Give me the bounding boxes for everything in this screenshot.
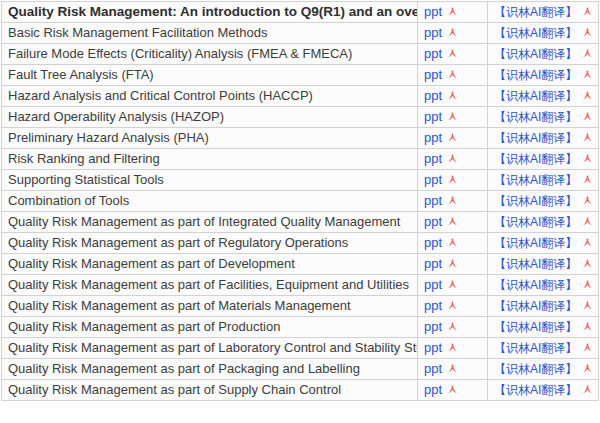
ai-translation-link[interactable]: 【识林AI翻译】 [494,68,577,82]
pdf-icon[interactable] [582,195,593,206]
topic-cell: Quality Risk Management as part of Regul… [2,233,418,254]
topic-title: Combination of Tools [8,193,129,208]
pdf-icon[interactable] [447,111,458,122]
table-row: Basic Risk Management Facilitation Metho… [2,23,599,44]
topic-title: Risk Ranking and Filtering [8,151,160,166]
ppt-link[interactable]: ppt [424,193,442,208]
ai-translation-link[interactable]: 【识林AI翻译】 [494,89,577,103]
translation-cell: 【识林AI翻译】 [488,65,599,86]
pdf-icon[interactable] [582,153,593,164]
pdf-icon[interactable] [447,90,458,101]
pdf-icon[interactable] [582,111,593,122]
ppt-link[interactable]: ppt [424,298,442,313]
pdf-icon[interactable] [447,300,458,311]
pdf-icon[interactable] [447,363,458,374]
pdf-icon[interactable] [582,216,593,227]
pdf-icon[interactable] [447,174,458,185]
ai-translation-link[interactable]: 【识林AI翻译】 [494,362,577,376]
ppt-cell: ppt [418,212,488,233]
pdf-icon[interactable] [582,384,593,395]
pdf-icon[interactable] [447,342,458,353]
ppt-link[interactable]: ppt [424,88,442,103]
pdf-icon[interactable] [582,69,593,80]
pdf-icon[interactable] [582,279,593,290]
ppt-link[interactable]: ppt [424,172,442,187]
pdf-icon[interactable] [582,27,593,38]
ppt-link[interactable]: ppt [424,130,442,145]
pdf-icon[interactable] [447,195,458,206]
topic-cell: Failure Mode Effects (Criticality) Analy… [2,44,418,65]
pdf-icon[interactable] [582,258,593,269]
pdf-icon[interactable] [582,300,593,311]
ppt-link[interactable]: ppt [424,151,442,166]
ppt-cell: ppt [418,275,488,296]
ai-translation-link[interactable]: 【识林AI翻译】 [494,236,577,250]
topic-cell: Quality Risk Management as part of Labor… [2,338,418,359]
pdf-icon[interactable] [447,153,458,164]
pdf-icon[interactable] [447,216,458,227]
topic-cell: Risk Ranking and Filtering [2,149,418,170]
ppt-link[interactable]: ppt [424,256,442,271]
ppt-link[interactable]: ppt [424,277,442,292]
pdf-icon[interactable] [447,258,458,269]
topic-title: Preliminary Hazard Analysis (PHA) [8,130,209,145]
ai-translation-link[interactable]: 【识林AI翻译】 [494,152,577,166]
ppt-link[interactable]: ppt [424,319,442,334]
ai-translation-link[interactable]: 【识林AI翻译】 [494,173,577,187]
ai-translation-link[interactable]: 【识林AI翻译】 [494,383,577,397]
pdf-icon[interactable] [447,27,458,38]
topic-title: Quality Risk Management as part of Facil… [8,277,409,292]
ppt-link[interactable]: ppt [424,235,442,250]
ppt-cell: ppt [418,296,488,317]
pdf-icon[interactable] [447,69,458,80]
ppt-link[interactable]: ppt [424,109,442,124]
ai-translation-link[interactable]: 【识林AI翻译】 [494,110,577,124]
pdf-icon[interactable] [447,48,458,59]
pdf-icon[interactable] [582,321,593,332]
topic-cell: Hazard Operability Analysis (HAZOP) [2,107,418,128]
pdf-icon[interactable] [582,90,593,101]
table-row: Fault Tree Analysis (FTA) ppt 【识林AI翻译】 [2,65,599,86]
pdf-icon[interactable] [582,6,593,17]
pdf-icon[interactable] [447,384,458,395]
ai-translation-link[interactable]: 【识林AI翻译】 [494,320,577,334]
ai-translation-link[interactable]: 【识林AI翻译】 [494,257,577,271]
pdf-icon[interactable] [447,132,458,143]
pdf-icon[interactable] [582,174,593,185]
pdf-icon[interactable] [447,237,458,248]
pdf-icon[interactable] [447,279,458,290]
ppt-link[interactable]: ppt [424,214,442,229]
ai-translation-link[interactable]: 【识林AI翻译】 [494,26,577,40]
ai-translation-link[interactable]: 【识林AI翻译】 [494,47,577,61]
pdf-icon[interactable] [582,363,593,374]
ppt-cell: ppt [418,317,488,338]
ppt-link[interactable]: ppt [424,25,442,40]
ai-translation-link[interactable]: 【识林AI翻译】 [494,131,577,145]
pdf-icon[interactable] [447,6,458,17]
ai-translation-link[interactable]: 【识林AI翻译】 [494,5,577,19]
table-row: Combination of Tools ppt 【识林AI翻译】 [2,191,599,212]
pdf-icon[interactable] [582,132,593,143]
ai-translation-link[interactable]: 【识林AI翻译】 [494,341,577,355]
ai-translation-link[interactable]: 【识林AI翻译】 [494,278,577,292]
pdf-icon[interactable] [582,237,593,248]
translation-cell: 【识林AI翻译】 [488,254,599,275]
ppt-cell: ppt [418,128,488,149]
ppt-link[interactable]: ppt [424,46,442,61]
table-row: Quality Risk Management: An introduction… [2,2,599,23]
pdf-icon[interactable] [582,342,593,353]
ppt-link[interactable]: ppt [424,67,442,82]
ai-translation-link[interactable]: 【识林AI翻译】 [494,215,577,229]
topic-title: Quality Risk Management as part of Suppl… [8,382,341,397]
ppt-link[interactable]: ppt [424,340,442,355]
pdf-icon[interactable] [447,321,458,332]
ppt-link[interactable]: ppt [424,361,442,376]
table-row: Quality Risk Management as part of Labor… [2,338,599,359]
pdf-icon[interactable] [582,48,593,59]
ai-translation-link[interactable]: 【识林AI翻译】 [494,194,577,208]
page: Quality Risk Management: An introduction… [0,0,600,423]
ppt-link[interactable]: ppt [424,382,442,397]
topic-cell: Hazard Analysis and Critical Control Poi… [2,86,418,107]
ai-translation-link[interactable]: 【识林AI翻译】 [494,299,577,313]
ppt-link[interactable]: ppt [424,4,442,19]
